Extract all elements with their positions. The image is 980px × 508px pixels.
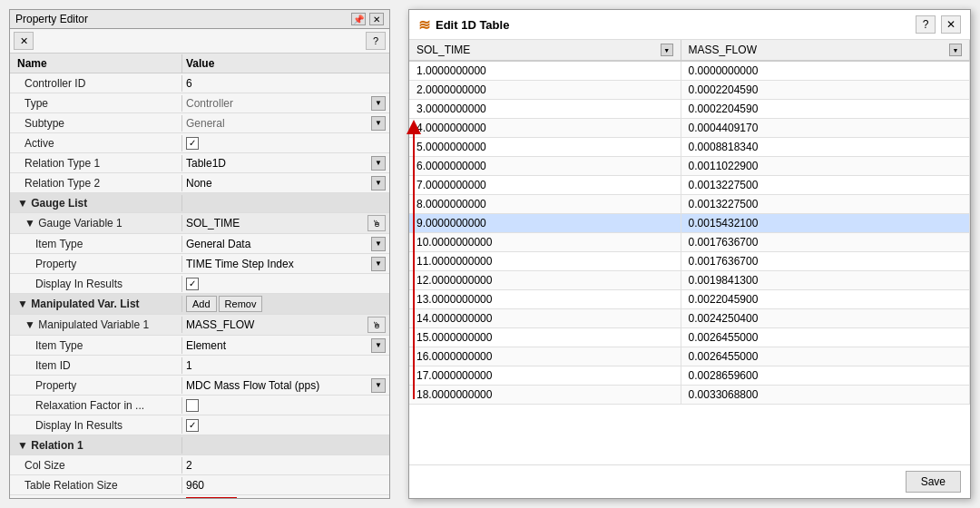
row-property-gauge: Property TIME Time Step Index ▼: [10, 254, 389, 274]
table-row: 10.00000000000.0017636700: [409, 233, 970, 252]
cell-mass-flow: 0.0013227500: [681, 195, 969, 214]
table-row: 2.00000000000.0002204590: [409, 81, 970, 100]
text-col-size: 2: [186, 459, 386, 472]
subtype-dropdown-btn[interactable]: ▼: [371, 116, 386, 131]
property-editor-titlebar: Property Editor 📌 ✕: [10, 10, 389, 29]
table-row: 15.00000000000.0026455000: [409, 328, 970, 347]
value-relation-type-2[interactable]: None ▼: [182, 174, 389, 192]
define-button[interactable]: Define: [186, 497, 237, 498]
row-item-type-manip: Item Type Element ▼: [10, 336, 389, 356]
text-table-relation-size: 960: [186, 479, 386, 492]
titlebar-controls: 📌 ✕: [351, 13, 384, 25]
label-gauge-list: ▼ Gauge List: [10, 195, 182, 211]
cell-mass-flow: 0.0015432100: [681, 214, 969, 233]
item-type-gauge-dropdown-btn[interactable]: ▼: [371, 237, 386, 251]
label-controller-id: Controller ID: [10, 75, 182, 92]
row-item-type-gauge: Item Type General Data ▼: [10, 234, 389, 254]
property-editor-title: Property Editor: [15, 13, 88, 25]
dialog-close-button[interactable]: ✕: [941, 15, 961, 34]
back-button[interactable]: ✕: [14, 32, 34, 50]
text-item-type-gauge: General Data: [186, 238, 368, 250]
dialog-title-controls: ? ✕: [916, 15, 961, 34]
table-header-row: SOL_TIME ▼ MASS_FLOW ▼: [409, 40, 970, 61]
label-manip-variable-1: ▼ Manipulated Variable 1: [10, 317, 182, 333]
cell-mass-flow: 0.0000000000: [681, 61, 969, 81]
value-subtype[interactable]: General ▼: [182, 114, 389, 132]
dialog-title-content: ≋ Edit 1D Table: [418, 16, 509, 34]
gauge-variable-pick-btn[interactable]: 🖱: [368, 215, 386, 231]
relation-1-expand-icon[interactable]: ▼: [17, 439, 31, 452]
col-label-sol-time: SOL_TIME: [416, 44, 470, 56]
manip-var-1-expand-icon[interactable]: ▼: [24, 318, 38, 331]
gauge-list-expand-icon[interactable]: ▼: [17, 197, 31, 210]
relation-type-1-dropdown-btn[interactable]: ▼: [371, 156, 386, 171]
value-property-gauge[interactable]: TIME Time Step Index ▼: [182, 255, 389, 273]
active-checkbox[interactable]: ✓: [186, 137, 199, 150]
value-active: ✓: [182, 135, 389, 151]
value-item-type-gauge[interactable]: General Data ▼: [182, 235, 389, 253]
remove-manip-button[interactable]: Remov: [219, 296, 263, 312]
cell-mass-flow: 0.0022045900: [681, 290, 969, 309]
property-table: Name Value Controller ID 6 Type Controll…: [10, 54, 389, 498]
item-type-manip-dropdown-btn[interactable]: ▼: [371, 338, 386, 353]
text-item-id: 1: [186, 359, 386, 372]
cell-sol-time: 12.0000000000: [409, 271, 681, 290]
mass-flow-col-dropdown[interactable]: ▼: [949, 44, 962, 56]
manip-var-expand-icon[interactable]: ▼: [17, 298, 31, 310]
value-manip-variable-1: MASS_FLOW 🖱: [182, 315, 389, 335]
value-relaxation-factor: [182, 397, 389, 414]
save-button[interactable]: Save: [906, 471, 961, 493]
gauge-var-expand-icon[interactable]: ▼: [24, 217, 38, 230]
value-table-relation-size: 960: [182, 477, 389, 493]
relaxation-factor-checkbox[interactable]: [186, 399, 199, 412]
label-manip-var-list: ▼ Manipulated Var. List: [10, 296, 182, 312]
display-results-manip-checkbox[interactable]: ✓: [186, 419, 199, 432]
text-manip-variable-1: MASS_FLOW: [186, 318, 364, 331]
property-gauge-dropdown-btn[interactable]: ▼: [371, 257, 386, 271]
edit-1d-table-dialog: ≋ Edit 1D Table ? ✕ SOL_TIME ▼: [408, 9, 971, 499]
pin-button[interactable]: 📌: [351, 13, 366, 25]
row-item-id: Item ID 1: [10, 356, 389, 376]
row-property-manip: Property MDC Mass Flow Total (pps) ▼: [10, 376, 389, 396]
cell-mass-flow: 0.0002204590: [681, 81, 969, 100]
table-row: 16.00000000000.0026455000: [409, 347, 970, 366]
text-relation-type-2: None: [186, 177, 368, 190]
cell-sol-time: 10.0000000000: [409, 233, 681, 252]
cell-mass-flow: 0.0026455000: [681, 328, 969, 347]
type-dropdown-btn[interactable]: ▼: [371, 96, 386, 111]
label-display-results-manip: Display In Results: [10, 417, 182, 434]
dialog-help-button[interactable]: ?: [916, 15, 936, 34]
cell-sol-time: 13.0000000000: [409, 290, 681, 309]
cell-mass-flow: 0.0017636700: [681, 233, 969, 252]
display-results-gauge-checkbox[interactable]: ✓: [186, 278, 199, 290]
cell-sol-time: 7.0000000000: [409, 176, 681, 195]
table-row: 6.00000000000.0011022900: [409, 157, 970, 176]
value-item-type-manip[interactable]: Element ▼: [182, 337, 389, 355]
close-button[interactable]: ✕: [369, 13, 384, 25]
text-property-gauge: TIME Time Step Index: [186, 258, 368, 270]
cell-mass-flow: 0.0013227500: [681, 176, 969, 195]
sol-time-col-dropdown[interactable]: ▼: [661, 44, 673, 56]
relation-type-2-dropdown-btn[interactable]: ▼: [371, 176, 386, 190]
table-container: SOL_TIME ▼ MASS_FLOW ▼ 1.000000: [409, 40, 970, 464]
add-manip-button[interactable]: Add: [186, 296, 217, 312]
value-relation-type-1[interactable]: Table1D ▼: [182, 154, 389, 172]
value-type[interactable]: Controller ▼: [182, 94, 389, 112]
label-active: Active: [10, 135, 182, 151]
cell-mass-flow: 0.0033068800: [681, 386, 969, 405]
help-button[interactable]: ?: [366, 32, 386, 50]
value-property-manip[interactable]: MDC Mass Flow Total (pps) ▼: [182, 376, 389, 395]
row-display-results-gauge: Display In Results ✓: [10, 274, 389, 294]
row-manip-variable-1: ▼ Manipulated Variable 1 MASS_FLOW 🖱: [10, 315, 389, 336]
row-relaxation-factor: Relaxation Factor in ...: [10, 396, 389, 415]
cell-mass-flow: 0.0028659600: [681, 366, 969, 386]
manip-variable-pick-btn[interactable]: 🖱: [368, 317, 386, 333]
name-column-header: Name: [10, 54, 182, 73]
table-row: 14.00000000000.0024250400: [409, 309, 970, 328]
value-display-results-gauge: ✓: [182, 276, 389, 292]
table-row: 13.00000000000.0022045900: [409, 290, 970, 309]
cell-sol-time: 9.0000000000: [409, 214, 681, 233]
property-manip-dropdown-btn[interactable]: ▼: [371, 378, 386, 393]
table-scroll-area[interactable]: SOL_TIME ▼ MASS_FLOW ▼ 1.000000: [409, 40, 970, 464]
row-relation-type-2: Relation Type 2 None ▼: [10, 173, 389, 193]
